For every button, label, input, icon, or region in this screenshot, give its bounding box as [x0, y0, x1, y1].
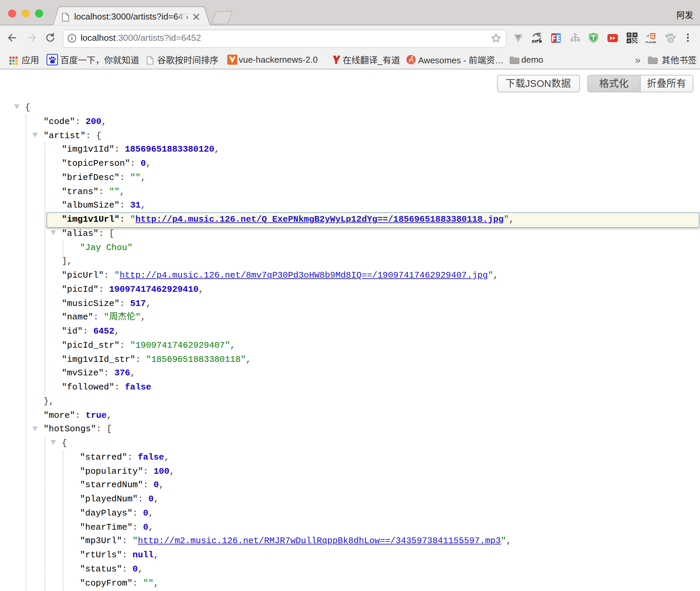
svg-text:en: en	[532, 38, 537, 43]
svg-text:PLAYER: PLAYER	[646, 41, 656, 44]
